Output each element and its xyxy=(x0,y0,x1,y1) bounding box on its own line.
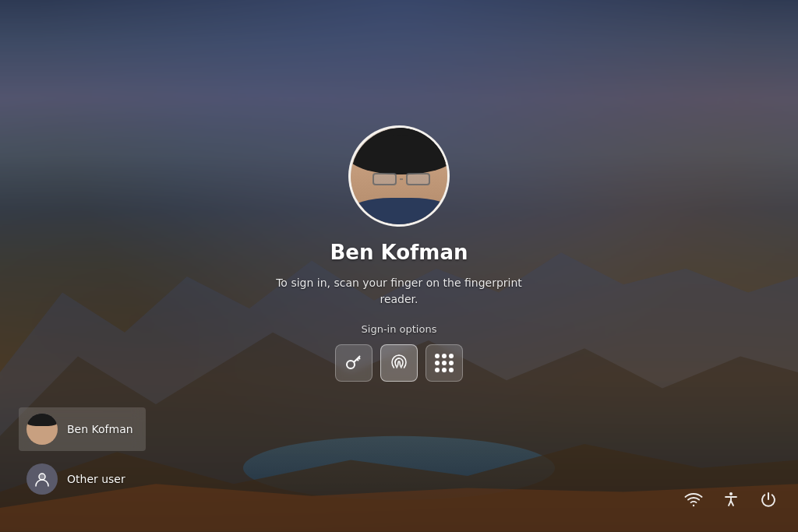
svg-line-4 xyxy=(357,359,358,361)
glasses-left xyxy=(373,173,397,185)
accessibility-icon xyxy=(722,491,740,508)
wifi-button[interactable] xyxy=(683,488,704,510)
fingerprint-icon xyxy=(389,353,409,373)
user-avatar xyxy=(348,125,450,227)
sign-in-icons-row xyxy=(335,344,463,382)
grid-icon xyxy=(435,354,454,372)
system-icons xyxy=(683,488,779,510)
user-tile-name-ben-kofman: Ben Kofman xyxy=(67,423,133,435)
sign-in-options-label: Sign-in options xyxy=(362,323,437,335)
user-switcher: Ben Kofman Other user xyxy=(19,407,146,501)
accessibility-button[interactable] xyxy=(720,488,742,510)
fingerprint-signin-button[interactable] xyxy=(380,344,418,382)
glasses-bridge xyxy=(400,178,403,180)
avatar-hair xyxy=(351,128,450,171)
user-name: Ben Kofman xyxy=(330,241,468,264)
svg-point-6 xyxy=(693,505,694,506)
avatar-glasses xyxy=(373,173,430,185)
glasses-right xyxy=(406,173,430,185)
sign-in-message: To sign in, scan your finger on the fing… xyxy=(274,275,524,308)
pin-signin-button[interactable] xyxy=(425,344,463,382)
small-avatar-hair xyxy=(26,414,58,426)
svg-line-3 xyxy=(358,358,360,359)
user-tile-avatar-ben-kofman xyxy=(26,414,58,445)
avatar-body xyxy=(351,198,450,227)
avatar-face xyxy=(351,128,450,227)
login-panel: Ben Kofman To sign in, scan your finger … xyxy=(274,125,524,382)
svg-point-7 xyxy=(729,492,733,495)
power-button[interactable] xyxy=(757,488,779,510)
user-tile-ben-kofman[interactable]: Ben Kofman xyxy=(19,407,146,451)
password-signin-button[interactable] xyxy=(335,344,373,382)
power-icon xyxy=(760,491,777,508)
key-icon xyxy=(344,354,363,372)
user-tile-other-user[interactable]: Other user xyxy=(19,457,146,501)
svg-point-5 xyxy=(39,474,45,480)
wifi-icon xyxy=(684,490,703,509)
person-icon xyxy=(34,470,51,488)
user-tile-name-other-user: Other user xyxy=(67,473,125,485)
user-tile-avatar-other-user xyxy=(26,463,58,495)
